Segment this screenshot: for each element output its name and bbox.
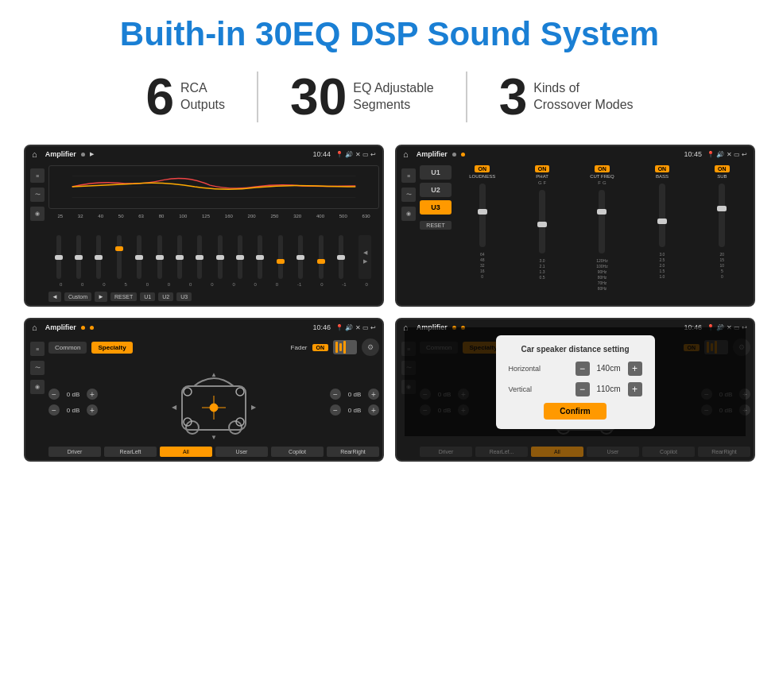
stat-eq-number: 30 <box>290 72 347 122</box>
dist-btn-rearright: RearRight <box>698 447 750 457</box>
home-icon[interactable]: ⌂ <box>32 149 37 159</box>
crossover-sidebar: ≡ 〜 ◉ <box>400 165 417 292</box>
status-dot-1 <box>81 153 85 157</box>
eq-slider-3 <box>96 235 101 279</box>
eq-custom-btn[interactable]: Custom <box>64 292 91 301</box>
btn-driver[interactable]: Driver <box>48 447 101 457</box>
eq-icon-wave[interactable]: 〜 <box>30 188 45 202</box>
loudness-on-btn[interactable]: ON <box>475 165 490 172</box>
eq-next-btn[interactable]: ► <box>95 292 107 302</box>
phat-nums: 3.02.11.30.5 <box>540 258 545 280</box>
cutfreq-on-btn[interactable]: ON <box>595 165 610 172</box>
vertical-plus-btn[interactable]: + <box>628 382 642 396</box>
db-minus-fr[interactable]: − <box>330 389 341 400</box>
horizontal-minus-btn[interactable]: − <box>576 362 590 376</box>
eq-u3-btn[interactable]: U3 <box>176 292 192 301</box>
eq-slider-11 <box>258 235 262 279</box>
stat-crossover-text: Kinds ofCrossover Modes <box>533 80 633 114</box>
fader-tab-common[interactable]: Common <box>48 342 87 354</box>
fader-icon-filters[interactable]: ≡ <box>30 342 45 356</box>
db-minus-fl[interactable]: − <box>48 389 60 400</box>
db-plus-fl[interactable]: + <box>87 389 98 400</box>
eq-slider-2 <box>76 235 81 279</box>
status-bar-2: ⌂ Amplifier 10:45 📍 🔊 ✕ ▭ ↩ <box>397 146 754 162</box>
btn-user[interactable]: User <box>215 447 268 457</box>
fader-main: ≡ 〜 ◉ Common Specialty Fader ON <box>25 335 382 460</box>
phat-slider[interactable] <box>539 190 545 253</box>
db-plus-fr[interactable]: + <box>368 389 379 400</box>
page-title: Buith-in 30EQ DSP Sound System <box>24 16 755 52</box>
home-icon-2[interactable]: ⌂ <box>403 149 409 159</box>
fader-label: Fader <box>291 344 308 351</box>
fader-slider-group[interactable] <box>333 340 357 354</box>
preset-u3-btn[interactable]: U3 <box>420 200 452 215</box>
confirm-button[interactable]: Confirm <box>544 403 606 420</box>
db-plus-rr[interactable]: + <box>368 404 379 416</box>
status-icons-1: 📍 🔊 ✕ ▭ ↩ <box>335 151 376 158</box>
status-icons-3: 📍 🔊 ✕ ▭ ↩ <box>335 324 376 331</box>
sub-on-btn[interactable]: ON <box>715 165 730 172</box>
stat-rca-number: 6 <box>145 72 174 122</box>
crossover-icon-speaker[interactable]: ◉ <box>401 207 416 221</box>
btn-copilot[interactable]: Copilot <box>271 447 324 457</box>
loudness-slider[interactable] <box>479 184 486 247</box>
fader-content: Common Specialty Fader ON ⚙ <box>48 338 379 457</box>
eq-slider-10 <box>238 235 242 279</box>
svg-point-4 <box>186 421 199 434</box>
bass-on-btn[interactable]: ON <box>655 165 670 172</box>
distance-dialog: Car speaker distance setting Horizontal … <box>496 335 655 429</box>
eq-prev-btn[interactable]: ◄ <box>48 292 61 302</box>
eq-reset-btn[interactable]: RESET <box>110 292 137 301</box>
eq-slider-13 <box>298 235 303 279</box>
db-value-rl: 0 dB <box>62 407 84 414</box>
eq-u2-btn[interactable]: U2 <box>158 292 173 301</box>
eq-slider-1 <box>56 235 61 279</box>
crossover-reset-btn[interactable]: RESET <box>420 221 452 230</box>
fader-on-btn[interactable]: ON <box>312 344 329 351</box>
eq-graph-svg <box>49 166 378 208</box>
sub-slider[interactable] <box>719 184 725 247</box>
time-1: 10:44 <box>313 150 331 158</box>
settings-icon[interactable]: ⚙ <box>362 338 379 356</box>
eq-icon-speaker[interactable]: ◉ <box>30 207 45 221</box>
vertical-minus-btn[interactable]: − <box>576 382 590 396</box>
status-dot-3a <box>81 326 85 330</box>
eq-values-row: 00050000000-10-10 <box>48 282 379 287</box>
preset-u2-btn[interactable]: U2 <box>420 183 452 197</box>
dialog-vertical-controls: − 110cm + <box>576 382 642 396</box>
horizontal-value: 140cm <box>593 364 625 373</box>
fader-icon-wave[interactable]: 〜 <box>30 361 45 375</box>
db-plus-rl[interactable]: + <box>87 404 98 416</box>
db-minus-rr[interactable]: − <box>330 404 341 416</box>
stats-row: 6 RCAOutputs 30 EQ AdjustableSegments 3 … <box>24 72 755 122</box>
xover-bass: ON BASS 3.02.52.01.51.0 <box>634 165 690 292</box>
eq-graph <box>48 165 379 209</box>
btn-rearleft[interactable]: RearLeft <box>104 447 157 457</box>
eq-icon-filters[interactable]: ≡ <box>30 168 45 183</box>
bass-slider[interactable] <box>659 184 665 247</box>
speaker-right-controls: − 0 dB + − 0 dB + <box>330 389 379 416</box>
dialog-vertical-row: Vertical − 110cm + <box>509 382 642 396</box>
crossover-icon-wave[interactable]: 〜 <box>401 188 416 202</box>
btn-rearright[interactable]: RearRight <box>327 447 379 457</box>
scroll-arrows[interactable]: ◀▶ <box>358 235 371 279</box>
db-minus-rl[interactable]: − <box>48 404 60 416</box>
btn-all[interactable]: All <box>160 447 212 457</box>
home-icon-3[interactable]: ⌂ <box>32 323 37 332</box>
dialog-title: Car speaker distance setting <box>509 345 642 354</box>
preset-u1-btn[interactable]: U1 <box>420 165 452 180</box>
phat-on-btn[interactable]: ON <box>535 165 550 172</box>
cutfreq-slider[interactable] <box>599 190 605 253</box>
sub-label: SUB <box>717 174 727 179</box>
fader-icon-speaker[interactable]: ◉ <box>30 380 45 394</box>
horizontal-plus-btn[interactable]: + <box>628 362 642 376</box>
fader-tab-specialty[interactable]: Specialty <box>91 342 132 354</box>
dist-btn-all: All <box>531 447 583 457</box>
db-control-fl: − 0 dB + <box>48 389 98 400</box>
crossover-icon-filters[interactable]: ≡ <box>401 168 416 183</box>
eq-u1-btn[interactable]: U1 <box>140 292 155 301</box>
svg-text:◀: ◀ <box>172 404 177 411</box>
eq-slider-15 <box>339 235 343 279</box>
bass-label: BASS <box>656 174 669 179</box>
screen-fader: ⌂ Amplifier 10:46 📍 🔊 ✕ ▭ ↩ ≡ 〜 ◉ Common… <box>24 318 384 462</box>
